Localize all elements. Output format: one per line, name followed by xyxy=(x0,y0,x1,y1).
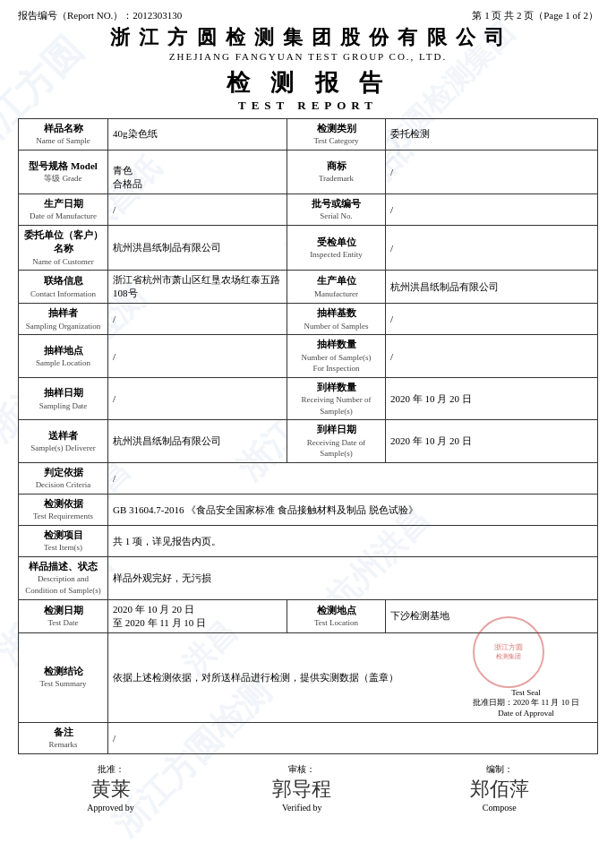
verify-section: 审核： 郭导程 Verified by xyxy=(272,763,331,813)
report-title-cn: 检 测 报 告 xyxy=(18,67,598,99)
compose-section: 编制： 郑佰萍 Compose xyxy=(470,763,529,813)
customer-label: 委托单位（客户）名称 Name of Customer xyxy=(19,225,108,270)
inspected-entity-value: / xyxy=(386,225,598,270)
table-row: 抽样日期 Sampling Date / 到样数量 Receiving Numb… xyxy=(19,377,598,420)
verify-label: 审核： xyxy=(288,763,315,776)
num-for-inspection-value: / xyxy=(386,335,598,378)
receiving-number-value: 2020 年 10 月 20 日 xyxy=(386,377,598,420)
sampling-date-value: / xyxy=(108,377,287,420)
production-date-label: 生产日期 Date of Manufacture xyxy=(19,194,108,225)
table-row: 型号规格 Model 等级 Grade 青色 合格品 商标 Trademark … xyxy=(19,150,598,194)
table-row: 检测项目 Test Item(s) 共 1 项，详见报告内页。 xyxy=(19,526,598,557)
remarks-value: / xyxy=(108,722,598,753)
test-category-label: 检测类别 Test Category xyxy=(287,119,386,150)
sample-location-label: 抽样地点 Sample Location xyxy=(19,335,108,378)
compose-label-en: Compose xyxy=(483,803,517,813)
table-row: 样品描述、状态 Description and Condition of Sam… xyxy=(19,557,598,600)
sample-location-value: / xyxy=(108,335,287,378)
table-row: 样品名称 Name of Sample 40g染色纸 检测类别 Test Cat… xyxy=(19,119,598,150)
receiving-date-value: 2020 年 10 月 20 日 xyxy=(386,420,598,463)
customer-value: 杭州洪昌纸制品有限公司 xyxy=(108,225,287,270)
main-table: 样品名称 Name of Sample 40g染色纸 检测类别 Test Cat… xyxy=(18,118,598,754)
table-row: 送样者 Sample(s) Deliverer 杭州洪昌纸制品有限公司 到样日期… xyxy=(19,420,598,463)
num-samples-label: 抽样基数 Number of Samples xyxy=(287,304,386,335)
production-date-value: / xyxy=(108,194,287,225)
approve-label-en: Approved by xyxy=(87,803,134,813)
date-of-approval-label: Date of Approval xyxy=(473,709,579,718)
compose-signature: 郑佰萍 xyxy=(470,776,529,803)
sample-desc-value: 样品外观完好，无污损 xyxy=(108,557,598,600)
decision-criteria-value: / xyxy=(108,463,598,494)
serial-no-value: / xyxy=(386,194,598,225)
num-for-inspection-label: 抽样数量 Number of Sample(s) For Inspection xyxy=(287,335,386,378)
sampling-org-label: 抽样者 Sampling Organization xyxy=(19,304,108,335)
test-location-label: 检测地点 Test Location xyxy=(287,599,386,632)
table-row: 联络信息 Contact Information 浙江省杭州市萧山区红垦农场红泰… xyxy=(19,271,598,304)
footer: 批准： 黄莱 Approved by 审核： 郭导程 Verified by 编… xyxy=(18,763,598,813)
trademark-value: / xyxy=(386,150,598,194)
num-samples-value: / xyxy=(386,304,598,335)
company-name-en: ZHEJIANG FANGYUAN TEST GROUP CO., LTD. xyxy=(18,51,598,62)
approve-label: 批准： xyxy=(98,763,124,776)
receiving-date-label: 到样日期 Receiving Date of Sample(s) xyxy=(287,420,386,463)
test-items-value: 共 1 项，详见报告内页。 xyxy=(108,526,598,557)
contact-label: 联络信息 Contact Information xyxy=(19,271,108,304)
table-row: 抽样者 Sampling Organization / 抽样基数 Number … xyxy=(19,304,598,335)
sampling-org-value: / xyxy=(108,304,287,335)
table-row: 委托单位（客户）名称 Name of Customer 杭州洪昌纸制品有限公司 … xyxy=(19,225,598,270)
table-row: 判定依据 Decision Criteria / xyxy=(19,463,598,494)
test-items-label: 检测项目 Test Item(s) xyxy=(19,526,108,557)
contact-value: 浙江省杭州市萧山区红垦农场红泰五路108号 xyxy=(108,271,287,304)
report-no-label: 报告编号（Report NO.）：2012303130 xyxy=(18,9,182,22)
test-date-value: 2020 年 10 月 20 日 至 2020 年 11 月 10 日 xyxy=(108,599,287,632)
verify-signature: 郭导程 xyxy=(272,776,331,803)
sample-desc-label: 样品描述、状态 Description and Condition of Sam… xyxy=(19,557,108,600)
table-row: 备注 Remarks / xyxy=(19,722,598,753)
test-category-value: 委托检测 xyxy=(386,119,598,150)
inspected-entity-label: 受检单位 Inspected Entity xyxy=(287,225,386,270)
table-row: 抽样地点 Sample Location / 抽样数量 Number of Sa… xyxy=(19,335,598,378)
manufacturer-label: 生产单位 Manufacturer xyxy=(287,271,386,304)
test-date-label: 检测日期 Test Date xyxy=(19,599,108,632)
approve-section: 批准： 黄莱 Approved by xyxy=(87,763,134,813)
table-row: 检测依据 Test Requirements GB 31604.7-2016 《… xyxy=(19,494,598,526)
company-name-cn: 浙 江 方 圆 检 测 集 团 股 份 有 限 公 司 xyxy=(18,24,598,51)
test-summary-label: 检测结论 Test Summary xyxy=(19,632,108,722)
report-title-en: TEST REPORT xyxy=(18,99,598,113)
deliverer-label: 送样者 Sample(s) Deliverer xyxy=(19,420,108,463)
approve-signature: 黄莱 xyxy=(91,776,131,803)
page-info: 第 1 页 共 2 页（Page 1 of 2） xyxy=(472,9,598,22)
decision-criteria-label: 判定依据 Decision Criteria xyxy=(19,463,108,494)
serial-no-label: 批号或编号 Serial No. xyxy=(287,194,386,225)
report-no: 2012303130 xyxy=(133,10,182,21)
test-requirements-label: 检测依据 Test Requirements xyxy=(19,494,108,526)
deliverer-value: 杭州洪昌纸制品有限公司 xyxy=(108,420,287,463)
sample-name-label: 样品名称 Name of Sample xyxy=(19,119,108,150)
verify-label-en: Verified by xyxy=(282,803,322,813)
remarks-label: 备注 Remarks xyxy=(19,722,108,753)
test-requirements-value: GB 31604.7-2016 《食品安全国家标准 食品接触材料及制品 脱色试验… xyxy=(108,494,598,526)
receiving-number-label: 到样数量 Receiving Number of Sample(s) xyxy=(287,377,386,420)
test-seal-label: Test Seal xyxy=(473,688,579,697)
model-grade-value: 青色 合格品 xyxy=(108,150,287,194)
trademark-label: 商标 Trademark xyxy=(287,150,386,194)
table-row: 生产日期 Date of Manufacture / 批号或编号 Serial … xyxy=(19,194,598,225)
test-summary-value: 依据上述检测依据，对所送样品进行检测，提供实测数据（盖章） 浙江方圆 检测集团 … xyxy=(108,632,598,722)
manufacturer-value: 杭州洪昌纸制品有限公司 xyxy=(386,271,598,304)
sampling-date-label: 抽样日期 Sampling Date xyxy=(19,377,108,420)
table-row: 检测结论 Test Summary 依据上述检测依据，对所送样品进行检测，提供实… xyxy=(19,632,598,722)
model-grade-label: 型号规格 Model 等级 Grade xyxy=(19,150,108,194)
sample-name-value: 40g染色纸 xyxy=(108,119,287,150)
compose-label: 编制： xyxy=(486,763,513,776)
approval-date-label: 批准日期：2020 年 11 月 10 日 xyxy=(473,697,579,709)
